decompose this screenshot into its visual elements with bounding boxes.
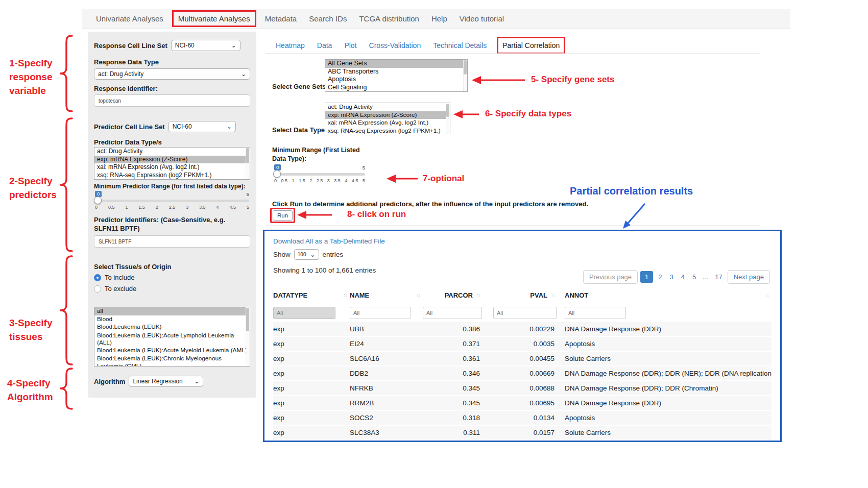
gene-sets-label: Select Gene Sets [272, 83, 326, 90]
page-button-17[interactable]: 17 [712, 271, 725, 283]
download-link[interactable]: Download All as a Tab-Delimited File [273, 237, 385, 245]
cell-parcor: 0.346 [423, 370, 483, 377]
tab-plot[interactable]: Plot [338, 41, 363, 50]
annotation-step2: 2-Specify predictors [9, 174, 57, 202]
gene-set-option[interactable]: Cell Signaling [325, 84, 467, 92]
column-header-parcor[interactable]: PARCOR ↑↓ [423, 291, 483, 299]
nav-item-search-ids[interactable]: Search IDs [303, 14, 353, 23]
scrollbar[interactable] [246, 148, 250, 179]
cell-parcor: 0.318 [423, 414, 483, 422]
tissue-option[interactable]: Blood:Leukemia (LEUK):Acute Myeloid Leuk… [94, 347, 250, 355]
nav-item-multivariate-analyses[interactable]: Multivariate Analyses [178, 14, 250, 23]
column-header-annot[interactable]: ANNOT ↑↓ [558, 291, 771, 299]
response-data-type-select[interactable]: act: Drug Activity ⌄ [94, 68, 250, 80]
gene-set-option[interactable]: All Gene Sets [325, 60, 467, 68]
selected-value: act: Drug Activity [98, 70, 143, 78]
filter-pval-input[interactable] [493, 307, 557, 319]
filter-datatype-input[interactable] [273, 307, 335, 319]
column-header-datatype[interactable]: DATATYPE ↑↓ [273, 291, 350, 299]
tab-active-highlight-box: Partial Correlation [497, 37, 565, 54]
nav-item-help[interactable]: Help [425, 14, 453, 23]
filter-parcor-input[interactable] [423, 307, 482, 319]
predictor-identifiers-input[interactable] [94, 235, 250, 248]
show-label: Show [273, 251, 291, 258]
cell-datatype: exp [273, 414, 350, 422]
slider-track[interactable] [95, 200, 249, 202]
scrollbar[interactable] [246, 307, 250, 366]
filter-annot-input[interactable] [565, 307, 626, 319]
next-page-button[interactable]: Next page [728, 270, 770, 284]
filter-name-input[interactable] [350, 307, 411, 319]
gene-set-option[interactable]: Apoptosis [325, 76, 467, 84]
tab-data[interactable]: Data [311, 41, 339, 50]
sort-icon: ↑↓ [765, 292, 768, 298]
data-type-option[interactable]: act: Drug Activity [325, 103, 450, 111]
include-radio[interactable] [94, 274, 101, 281]
predictor-data-types-listbox: act: Drug Activity exp: mRNA Expression … [94, 147, 250, 180]
gene-set-option[interactable]: ABC Transporters [325, 68, 467, 76]
tissue-option[interactable]: Blood:Leukemia (LEUK):Acute Lymphoid Leu… [94, 331, 250, 347]
exclude-radio[interactable] [94, 285, 101, 292]
tick-label: 5 [247, 205, 249, 210]
cell-annot: Apoptosis [558, 340, 771, 348]
predictor-data-type-option[interactable]: exp: mRNA Expression (Z-Score) [94, 156, 250, 164]
page-length-select[interactable]: 100 ⌄ [294, 249, 319, 260]
nav-item-univariate-analyses[interactable]: Univariate Analyses [90, 14, 170, 23]
cell-parcor: 0.345 [423, 399, 483, 407]
data-type-option[interactable]: xai: mRNA Expression (Avg. log2 Int.) [325, 119, 450, 127]
cell-datatype: exp [273, 355, 350, 362]
slider-track[interactable] [274, 173, 365, 176]
scrollbar[interactable] [446, 103, 450, 134]
tab-technical-details[interactable]: Technical Details [427, 41, 493, 50]
table-row: exp RRM2B 0.345 0.00695 DNA Damage Respo… [273, 396, 771, 411]
table-row: exp EI24 0.371 0.0035 Apoptosis [273, 337, 771, 352]
cell-datatype: exp [273, 325, 350, 333]
tab-partial-correlation[interactable]: Partial Correlation [502, 41, 560, 50]
tab-heatmap[interactable]: Heatmap [270, 41, 311, 50]
page-button-2[interactable]: 2 [656, 271, 664, 283]
page-button-3[interactable]: 3 [667, 271, 676, 283]
tissue-origin-label: Select Tissue/s of Origin [94, 263, 250, 271]
tick-label: 2 [156, 205, 158, 210]
tissue-option[interactable]: all [94, 307, 250, 315]
slider-handle[interactable] [273, 170, 281, 178]
cell-parcor: 0.345 [423, 384, 483, 392]
slider-max-label: 5 [363, 165, 365, 170]
page-button-4[interactable]: 4 [679, 271, 687, 283]
page-button-5[interactable]: 5 [690, 271, 698, 283]
column-header-pval[interactable]: PVAL ↑↓ [483, 291, 558, 299]
nav-item-tcga-distribution[interactable]: TCGA distribution [353, 14, 425, 23]
predictor-cell-line-set-select[interactable]: NCI-60 ⌄ [168, 121, 236, 132]
response-identifier-input[interactable] [94, 94, 250, 107]
algorithm-select[interactable]: Linear Regression ⌄ [129, 376, 203, 387]
slider-handle[interactable] [94, 197, 102, 204]
predictor-data-type-option[interactable]: xsq: RNA-seq Expression (log2 FPKM+1.) [94, 172, 250, 180]
sort-icon: ↑↓ [416, 292, 420, 298]
predictor-data-type-option[interactable]: act: Drug Activity [94, 148, 250, 156]
data-type-option[interactable]: exp: mRNA Expression (Z-Score) [325, 111, 450, 119]
run-highlight-box: Run [270, 208, 295, 223]
page-button-1[interactable]: 1 [640, 271, 653, 283]
tab-cross-validation[interactable]: Cross-Validation [363, 41, 427, 50]
run-button[interactable]: Run [273, 210, 293, 221]
scrollbar[interactable] [463, 60, 467, 91]
arrow-gene-sets-icon [472, 76, 525, 84]
nav-item-metadata[interactable]: Metadata [259, 14, 303, 23]
column-header-name[interactable]: NAME ↑↓ [350, 291, 423, 299]
tissue-option[interactable]: Blood [94, 315, 250, 324]
cell-annot: DNA Damage Response (DDR); DDR (Chromati… [558, 384, 771, 392]
predictor-data-type-option[interactable]: xai: mRNA Expression (Avg. log2 Int.) [94, 163, 250, 172]
response-cell-line-set-select[interactable]: NCI-60 ⌄ [171, 40, 240, 51]
previous-page-button[interactable]: Previous page [583, 270, 638, 284]
brace-step3-icon [60, 256, 72, 364]
results-table: DATATYPE ↑↓ NAME ↑↓ PARCOR ↑↓ PVAL ↑↓ AN… [273, 286, 771, 441]
tissue-option[interactable]: Blood:Leukemia (LEUK):Chronic Myelogenou… [94, 354, 250, 367]
result-tabs: Heatmap Data Plot Cross-Validation Techn… [270, 36, 565, 55]
cell-pval: 0.00695 [483, 399, 558, 407]
nav-item-video-tutorial[interactable]: Video tutorial [453, 14, 510, 23]
include-radio-label: To include [105, 274, 135, 281]
tissue-option[interactable]: Blood:Leukemia (LEUK) [94, 323, 250, 331]
data-type-option[interactable]: xsq: RNA-seq Expression (log2 FPKM+1.) [325, 127, 450, 135]
annotation-line: 2-Specify [9, 174, 57, 188]
cell-datatype: exp [273, 340, 350, 348]
